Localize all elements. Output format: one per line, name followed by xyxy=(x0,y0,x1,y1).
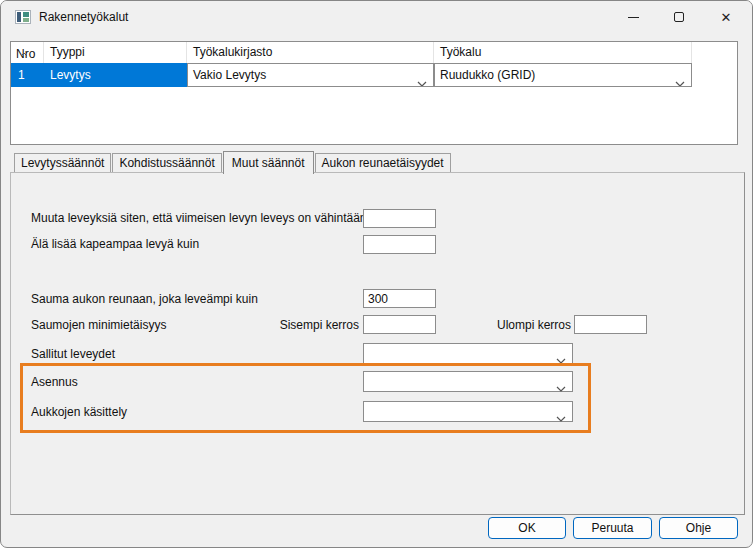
allowed-widths-label: Sallitut leveydet xyxy=(31,347,115,362)
column-header-tyokalu[interactable]: Työkalu xyxy=(434,42,692,63)
window-title: Rakennetyökalut xyxy=(39,1,128,33)
ok-button[interactable]: OK xyxy=(488,517,566,539)
column-header-label: Työkalukirjasto xyxy=(193,45,272,59)
installation-dropdown[interactable] xyxy=(363,371,573,392)
seam-min-distance-label: Saumojen minimietäisyys xyxy=(31,318,166,333)
tab-aukon-reunaetaisyydet[interactable]: Aukon reunaetäisyydet xyxy=(315,153,451,172)
titlebar: Rakennetyökalut ✕ xyxy=(1,1,752,33)
seam-to-opening-input[interactable] xyxy=(363,289,436,308)
cell-tyyppi[interactable]: Levytys xyxy=(44,63,187,87)
close-button[interactable]: ✕ xyxy=(703,1,749,33)
inner-layer-input[interactable] xyxy=(363,315,436,334)
column-header-label: Tyyppi xyxy=(50,45,85,59)
no-narrower-input[interactable] xyxy=(363,235,436,254)
minimize-icon xyxy=(628,17,639,18)
chevron-down-icon xyxy=(556,379,566,398)
no-narrower-label: Älä lisää kapeampaa levyä kuin xyxy=(31,237,199,252)
cell-tyokalukirjasto: Vakio Levytys xyxy=(187,63,434,87)
dialog-window: Rakennetyökalut ✕ Nro Tyyppi Työkalukirj… xyxy=(0,0,753,548)
column-header-nro[interactable]: Nro xyxy=(11,42,44,63)
cell-tyokalu: Ruudukko (GRID) xyxy=(434,63,692,87)
cancel-button[interactable]: Peruuta xyxy=(573,517,652,539)
combobox-value: Vakio Levytys xyxy=(193,68,266,82)
app-icon xyxy=(15,10,31,24)
tab-muut-saannot[interactable]: Muut säännöt xyxy=(223,151,314,174)
chevron-down-icon xyxy=(556,351,566,370)
min-last-width-label: Muuta leveyksiä siten, että viimeisen le… xyxy=(31,211,367,226)
openings-handling-dropdown[interactable] xyxy=(363,401,573,422)
tab-levytyssaannot[interactable]: Levytyssäännöt xyxy=(14,153,111,172)
tool-library-combobox[interactable]: Vakio Levytys xyxy=(187,63,434,87)
tool-combobox[interactable]: Ruudukko (GRID) xyxy=(434,63,692,87)
chevron-down-icon xyxy=(556,409,566,428)
chevron-down-icon xyxy=(675,72,685,87)
openings-handling-label: Aukkojen käsittely xyxy=(31,405,127,420)
allowed-widths-dropdown[interactable] xyxy=(363,343,573,364)
cell-nro[interactable]: 1 xyxy=(11,63,44,87)
column-header-tyokalukirjasto[interactable]: Työkalukirjasto xyxy=(187,42,434,63)
column-header-tyyppi[interactable]: Tyyppi xyxy=(44,42,187,63)
minimize-button[interactable] xyxy=(610,1,656,33)
sort-ascending-icon xyxy=(20,43,28,63)
installation-label: Asennus xyxy=(31,375,78,390)
min-last-width-input[interactable] xyxy=(363,209,436,228)
maximize-button[interactable] xyxy=(656,1,702,33)
close-icon: ✕ xyxy=(721,11,732,24)
combobox-value: Ruudukko (GRID) xyxy=(440,68,535,82)
tab-strip: Levytyssäännöt Kohdistussäännöt Muut sää… xyxy=(14,150,452,172)
tab-kohdistussaannot[interactable]: Kohdistussäännöt xyxy=(112,153,221,172)
outer-layer-input[interactable] xyxy=(574,315,647,334)
table-row[interactable]: 1 Levytys Vakio Levytys Ruudukko (GRID) xyxy=(11,63,737,87)
outer-layer-label: Ulompi kerros xyxy=(483,318,571,333)
maximize-icon xyxy=(674,12,684,22)
tool-table: Nro Tyyppi Työkalukirjasto Työkalu 1 Lev… xyxy=(10,41,738,145)
chevron-down-icon xyxy=(417,72,427,87)
help-button[interactable]: Ohje xyxy=(659,517,738,539)
column-header-label: Työkalu xyxy=(440,45,481,59)
seam-to-opening-label: Sauma aukon reunaan, joka leveämpi kuin xyxy=(31,292,258,307)
inner-layer-label: Sisempi kerros xyxy=(271,318,359,333)
